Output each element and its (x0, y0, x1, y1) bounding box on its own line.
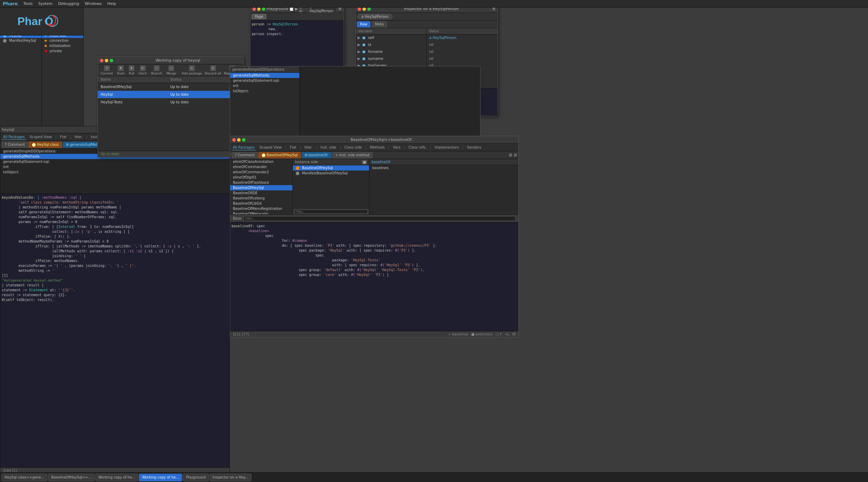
method-to-object[interactable]: toObject: (0, 169, 229, 175)
method-gen-sql-stmt[interactable]: generateSqlStatement:sql: (0, 159, 229, 164)
nav-scoped-view[interactable]: Scoped View (28, 134, 53, 140)
ml-gen-sql-stmt[interactable]: generateSqlStatement:sql: (230, 78, 299, 83)
menu-windows[interactable]: Windows (85, 1, 102, 6)
discard-all-button[interactable]: ✗ Discard all (205, 65, 221, 75)
val-row-self[interactable]: a HeySqlPerson (427, 34, 498, 41)
wc-min-button[interactable] (105, 59, 108, 62)
val-row-forname[interactable]: nil (427, 48, 498, 55)
bl-tab-baseline[interactable]: ⬤ BaselineOfHeySql (258, 152, 300, 158)
bl-settings[interactable]: ⚙ (509, 153, 513, 158)
bl-ide[interactable]: BaselineOfIDE (230, 190, 292, 196)
insp-min-button[interactable] (362, 7, 366, 11)
taskbar-wc2[interactable]: Working copy of he... (139, 474, 182, 481)
bl-nav-impl[interactable]: Implementors (433, 145, 460, 150)
bl-nav-class[interactable]: Class side (343, 145, 363, 150)
insp-row-id[interactable]: ▶ id (355, 41, 426, 48)
insp-close-button[interactable] (358, 7, 361, 11)
bl-heysql-selected[interactable]: BaselineOfHeySql (230, 185, 292, 190)
insp-row-forname[interactable]: ▶ forname (355, 48, 426, 55)
pg-close-button[interactable] (252, 7, 256, 11)
insp-row-surname[interactable]: ▶ surname (355, 55, 426, 62)
menu-system[interactable]: System (38, 1, 53, 6)
menu-help[interactable]: Help (107, 1, 116, 6)
nav-hier[interactable]: Hier. (73, 134, 84, 140)
val-row-surname[interactable]: nil (427, 55, 498, 62)
bl-max[interactable] (242, 138, 245, 142)
right-baselines[interactable]: baselines (369, 165, 518, 171)
pharo-logo[interactable]: Pharo (3, 1, 18, 6)
insp-row-self[interactable]: ▶ self (355, 34, 426, 41)
mid-filter-input[interactable] (294, 210, 368, 214)
bl-flashback[interactable]: BaselineOfFlashback (230, 180, 292, 185)
bl-more[interactable]: ⊞ (514, 153, 517, 157)
tab-meta[interactable]: Meta (372, 21, 387, 27)
tab-comment[interactable]: ? Comment (2, 142, 28, 148)
bl-nav-hier[interactable]: Hier. (303, 145, 314, 150)
ml-gen-sql-methods[interactable]: generateSqlMethods: (230, 73, 299, 78)
taskbar-inspector[interactable]: Inspector on a Hey... (210, 474, 251, 481)
merge-button[interactable]: ⑃ Merge (166, 65, 176, 75)
page-tab[interactable]: Page (252, 14, 266, 19)
bl-nav-inst[interactable]: Inst. side (319, 145, 338, 150)
bl-menu-reg[interactable]: BaselineOfMenuRegistration (230, 206, 292, 211)
bl-libgit[interactable]: BaselineOfLibGit (230, 201, 292, 206)
bl-elineof-commander[interactable]: elineOfCommander (230, 164, 292, 169)
mid-baseline-heysql[interactable]: ⬤ BaselineOfHeySql (293, 165, 369, 171)
nav-flat[interactable]: Flat (58, 134, 68, 140)
baseline-code-editor[interactable]: baselineOf: spec <baseline> spec for: #c… (230, 222, 518, 331)
mid-manifest-baseline[interactable]: ⬤ ManifestBaselineOfHeySql (293, 171, 369, 176)
taskbar-playground[interactable]: Playground (183, 474, 209, 481)
val-row-id[interactable]: nil (427, 41, 498, 48)
bl-nav-flat[interactable]: Flat (288, 145, 298, 150)
toggle-black[interactable]: ■ (362, 160, 367, 164)
bl-nav-senders[interactable]: Senders (466, 145, 483, 150)
nav-all-packages[interactable]: All Packages (2, 134, 26, 140)
bl-nav-vars[interactable]: Vars (392, 145, 402, 150)
side-private[interactable]: ■ private (42, 48, 83, 54)
pg-max-button[interactable] (262, 7, 265, 11)
bl-min[interactable] (237, 138, 241, 142)
baseline-filter-input[interactable] (243, 216, 516, 221)
class-manifestheysql[interactable]: ⬤ ManifestHeySql (0, 38, 41, 43)
push-button[interactable]: ⬆ Push (117, 65, 124, 75)
wc-row-heysql[interactable]: HeySql Up to date (98, 91, 243, 98)
side-initialization[interactable]: ● initialization (42, 43, 83, 48)
insp-max-button[interactable] (367, 7, 371, 11)
taskbar-baseline[interactable]: BaselineOfHeySql>>... (48, 474, 94, 481)
bl-elineof-commander2[interactable]: elineOfCommander2 (230, 169, 292, 175)
playground-code[interactable]: person := HeySqlPerson new. person inspe… (250, 21, 344, 67)
wc-row-heysql-tests[interactable]: HeySql-Tests Up to date (98, 98, 243, 106)
wc-max-button[interactable] (110, 59, 113, 62)
bl-tab-baselineof[interactable]: ⊞ baselineOf: (302, 152, 331, 158)
branch-button[interactable]: ⑂ Branch (151, 65, 162, 75)
bl-nav-classrefs[interactable]: Class refs. (407, 145, 428, 150)
bl-elineof-classanno[interactable]: elineOfClassAnnotation (230, 159, 292, 164)
tab-heysql-class[interactable]: ⬤ HeySql class (29, 142, 62, 148)
menu-debugging[interactable]: Debugging (58, 1, 79, 6)
bl-elineof-digi[interactable]: elineOfDigi01 (230, 175, 292, 180)
inspector-subject-pill[interactable]: a HeySqlPerson (358, 14, 392, 19)
code-editor[interactable]: keysAndValuesDo: [ :methodNames :sql | '… (0, 194, 229, 467)
bl-close[interactable] (232, 138, 236, 142)
taskbar-heysql-class[interactable]: HeySql class>>gene... (1, 474, 47, 481)
side-connection[interactable]: ● connection (42, 38, 83, 43)
bl-nav-methods[interactable]: Methods (369, 145, 386, 150)
ml-init[interactable]: init (230, 83, 299, 88)
pull-button[interactable]: ⬇ Pull (129, 65, 134, 75)
wc-row-baseline[interactable]: BaselineOfHeySql Up to date (98, 83, 243, 91)
method-init[interactable]: init (0, 164, 229, 169)
bl-iceberg[interactable]: BaselineOfIceberg (230, 196, 292, 201)
bl-nav-scoped[interactable]: Scoped View (258, 145, 283, 150)
menu-tools[interactable]: Tools (23, 1, 33, 6)
bl-tab-comment[interactable]: ? Comment (232, 152, 258, 158)
taskbar-wc1[interactable]: Working copy of he... (95, 474, 139, 481)
bl-tab-inst[interactable]: + Inst. side method (332, 152, 373, 158)
bl-nav-all[interactable]: All Packages (232, 145, 256, 150)
ml-to-object[interactable]: toObject: (230, 88, 299, 94)
add-package-button[interactable]: + Add package (182, 65, 202, 75)
fetch-button[interactable]: ↻ Fetch (139, 65, 147, 75)
bl-metacello[interactable]: BaselineOfMetacello (230, 211, 292, 214)
commit-button[interactable]: ↑ Commit (101, 65, 113, 75)
pg-min-button[interactable] (257, 7, 261, 11)
wc-close-button[interactable] (100, 59, 103, 62)
